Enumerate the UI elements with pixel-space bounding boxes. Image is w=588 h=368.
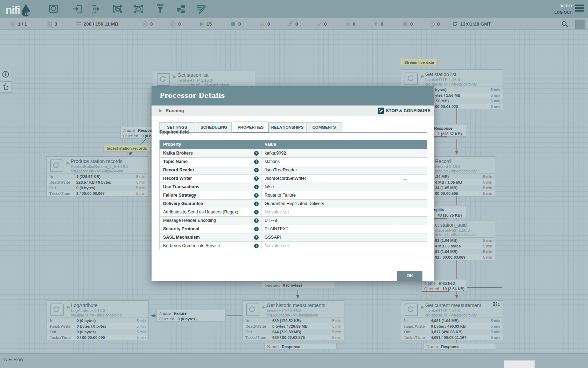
hand-button[interactable] [0, 81, 12, 93]
status-up-to-date-count: 0 [324, 21, 327, 27]
tab-properties[interactable]: PROPERTIES [233, 122, 268, 133]
property-row[interactable]: Kafka Brokers?kafka:9092 [160, 149, 427, 158]
property-value: JsonTreeReader [265, 166, 297, 174]
status-cluster: 1 / 1 [10, 18, 27, 29]
status-invalid: 0 [259, 18, 270, 29]
nifi-drop-icon [21, 2, 31, 17]
search-icon[interactable] [561, 21, 568, 28]
queued-icon [76, 21, 82, 27]
remote-process-group-icon[interactable] [133, 4, 144, 15]
label-icon[interactable] [196, 4, 207, 15]
funnel-icon[interactable] [155, 4, 166, 15]
property-row[interactable]: Security Protocol?PLAINTEXT [160, 225, 427, 233]
logout-link[interactable]: LOG OUT [554, 10, 572, 14]
help-icon[interactable]: ? [254, 227, 259, 231]
processor-logattribute[interactable]: ▶LogAttributeLogAttribute 1.16.3org.apac… [47, 300, 149, 340]
run-indicator-icon: ▶ [173, 74, 176, 79]
processor-stamp-icon [246, 304, 259, 316]
property-row[interactable]: Topic Name?stations [160, 158, 427, 166]
required-field-note: Required field [160, 130, 189, 135]
processor-produce-station-records[interactable]: ▶Produce station recordsPublishKafkaReco… [46, 156, 148, 196]
processor-get-current-measurement[interactable]: ▶Get current measurementInvokeHTTP 1.16.… [401, 300, 503, 340]
status-menu-button[interactable] [575, 20, 584, 29]
process-group-icon[interactable] [112, 4, 123, 15]
canvas-label[interactable]: Stream live-data [401, 59, 438, 66]
help-icon[interactable]: ? [254, 151, 259, 156]
processor-stamp-icon [157, 73, 170, 86]
conn-matched[interactable]: NamematchedQueued10 (2.64 KB) [421, 280, 467, 292]
last-refresh[interactable]: 13:01:28 GMT [452, 18, 491, 29]
input-port-icon[interactable] [72, 4, 83, 15]
status-cluster-count: 1 / 1 [18, 21, 27, 27]
status-active-threads: 3 [47, 18, 57, 29]
property-row[interactable]: SASL Mechanism?GSSAPI [160, 233, 427, 242]
status-locally-modified-count: 0 [353, 21, 356, 27]
disabled-icon [287, 21, 293, 27]
help-icon[interactable]: ? [254, 235, 259, 240]
property-value: No value set [265, 208, 289, 216]
help-icon[interactable]: ? [254, 193, 259, 198]
processor-title: ct station_uuid [435, 222, 467, 228]
gear-icon [378, 108, 384, 114]
processor-bundle: ache.nifi - nifi-standard-nar [435, 169, 477, 173]
property-row[interactable]: Record Reader?JsonTreeReader→ [160, 166, 427, 175]
canvas-label[interactable]: Ingest station records [103, 145, 150, 152]
template-icon[interactable] [175, 4, 187, 15]
property-row[interactable]: Use Transactions?false [160, 183, 427, 191]
tab-relationships[interactable]: RELATIONSHIPS [270, 122, 305, 132]
connection-label-row: NameResponse [424, 343, 496, 349]
property-row[interactable]: Failure Strategy?Route to Failure [160, 191, 427, 200]
processor-type: PublishKafkaRecord_2_6 1.16.3 [71, 164, 128, 169]
output-port-icon[interactable] [90, 4, 101, 15]
tab-scheduling[interactable]: SCHEDULING [196, 122, 232, 132]
run-indicator-icon: ▶ [66, 161, 70, 165]
processor-icon[interactable] [48, 4, 59, 15]
goto-service-icon[interactable]: → [402, 166, 407, 174]
global-menu-icon[interactable] [575, 5, 584, 12]
property-name: Delivery Guarantee [163, 200, 203, 208]
help-icon[interactable]: ? [254, 176, 259, 181]
property-row[interactable]: Kerberos Credentials Service?No value se… [160, 242, 427, 250]
processor-get-historic-measurements[interactable]: ▶Get historic measurementsInvokeHTTP 1.1… [242, 300, 344, 340]
locally-modified-stale-icon [402, 21, 408, 27]
conn-queued-historic[interactable]: Queued0 (0 bytes) [262, 282, 334, 288]
property-row[interactable]: Delivery Guarantee?Guarantee Replicated … [160, 200, 427, 208]
nifi-logo-text: nifi [6, 4, 20, 17]
property-row[interactable]: Attributes to Send as Headers (Regex)?No… [160, 208, 427, 217]
processor-type: InvokeHTTP 1.16.3 [425, 308, 460, 313]
processor-title: Get historic measurements [267, 302, 325, 308]
property-value: kafka:9092 [265, 149, 286, 157]
run-indicator-icon: ▶ [67, 305, 70, 309]
ok-button[interactable]: OK [397, 271, 422, 281]
status-transmitting: 0 [142, 18, 153, 29]
stop-and-configure-button[interactable]: STOP & CONFIGURE [378, 108, 430, 114]
help-icon[interactable]: ? [254, 202, 259, 206]
conn-response-bottom-right[interactable]: NameResponse [424, 343, 496, 349]
processor-stats: In1 (228.57 KB)5 minRead/Write228.57 KB … [47, 173, 148, 196]
navigate-button[interactable] [0, 69, 12, 80]
processor-type: InvokeHTTP 1.16.3 [425, 77, 460, 82]
cluster-icon [10, 21, 16, 27]
help-icon[interactable]: ? [254, 218, 259, 223]
conn-response-bottom-center[interactable]: NameResponse [264, 343, 337, 349]
tab-comments[interactable]: COMMENTS [306, 122, 342, 132]
property-row[interactable]: Record Writer?JsonRecordSetWriter→ [160, 175, 427, 183]
help-icon[interactable]: ? [254, 168, 259, 172]
property-name: Kafka Brokers [163, 149, 193, 157]
breadcrumb[interactable]: NiFi Flow [4, 357, 23, 362]
current-user: admin [560, 3, 572, 8]
property-value: No value set [265, 242, 289, 250]
processor-bundle: org.apache.nifi - nifi-standard-nar [267, 313, 318, 317]
help-icon[interactable]: ? [254, 244, 259, 248]
dialog-header: Processor Details [152, 86, 434, 105]
dialog-status-row: ▶ Running STOP & CONFIGURE [152, 105, 434, 116]
help-icon[interactable]: ? [254, 159, 259, 164]
help-icon[interactable]: ? [254, 185, 259, 189]
help-icon[interactable]: ? [254, 210, 259, 214]
processor-type: InvokeHTTP 1.16.3 [267, 308, 301, 313]
goto-service-icon[interactable]: → [402, 175, 407, 183]
property-row[interactable]: Message Header Encoding?UTF-8 [160, 217, 427, 225]
conn-failure[interactable]: NameFailureQueued0 (0 bytes) [156, 310, 226, 322]
stat-row: Read/Write0 bytes / 496.03 KB5 min [401, 323, 503, 329]
property-column-header: Property [163, 140, 181, 149]
